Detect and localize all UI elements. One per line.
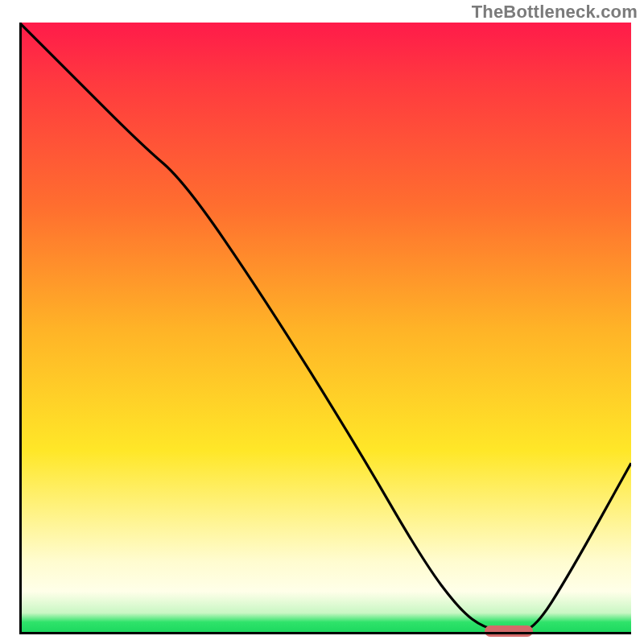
watermark-text: TheBottleneck.com	[472, 2, 638, 23]
axes	[19, 23, 631, 634]
chart-area	[19, 23, 631, 634]
